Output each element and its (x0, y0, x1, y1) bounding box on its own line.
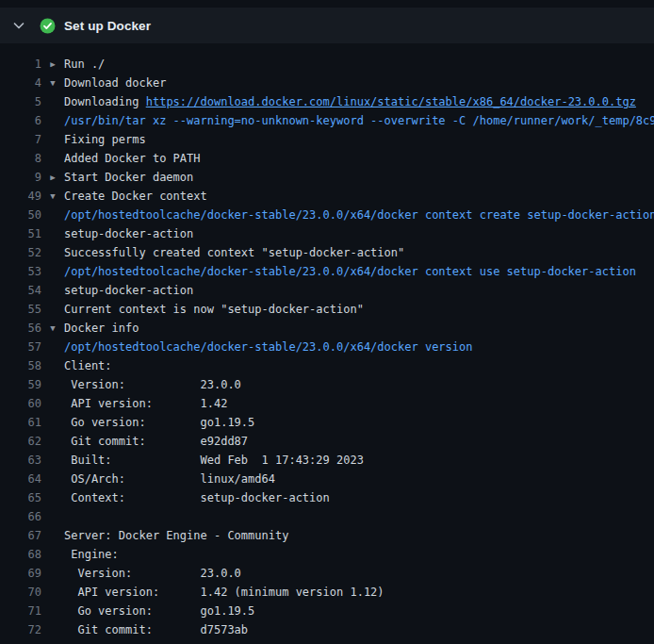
group-toggle-icon[interactable]: ▼ (41, 319, 64, 338)
line-number[interactable]: 71 (0, 602, 41, 620)
arrow-spacer (41, 375, 64, 394)
log-text: Go version: go1.19.5 (64, 413, 654, 432)
line-number[interactable]: 65 (0, 488, 41, 507)
arrow-spacer (41, 111, 64, 130)
log-text: Built: Wed Feb 1 17:43:29 2023 (64, 451, 654, 470)
log-text: API version: 1.42 (64, 394, 654, 413)
plain-text: Successfully created context "setup-dock… (64, 246, 404, 259)
log-line: 71 Go version: go1.19.5 (0, 602, 654, 620)
arrow-spacer (41, 281, 64, 300)
arrow-spacer (41, 413, 64, 432)
line-number[interactable]: 7 (0, 130, 41, 149)
log-line: 9▶Start Docker daemon (0, 168, 654, 187)
log-text: Client: (64, 356, 654, 375)
line-number[interactable]: 49 (0, 187, 41, 206)
line-number[interactable]: 62 (0, 432, 41, 451)
plain-text: Client: (64, 359, 112, 372)
arrow-spacer (41, 620, 64, 639)
log-line: 66 (0, 507, 654, 526)
arrow-spacer (41, 356, 64, 375)
log-line: 61 Go version: go1.19.5 (0, 413, 654, 432)
log-text: Context: setup-docker-action (64, 488, 654, 507)
line-number[interactable]: 9 (0, 168, 41, 187)
line-number[interactable]: 4 (0, 74, 41, 92)
log-text: /opt/hostedtoolcache/docker-stable/23.0.… (64, 206, 654, 224)
arrow-spacer (41, 224, 64, 243)
log-text: Docker info (64, 319, 654, 338)
log-text: Engine: (64, 545, 654, 564)
log-line: 67Server: Docker Engine - Community (0, 526, 654, 545)
command-text: /opt/hostedtoolcache/docker-stable/23.0.… (64, 208, 654, 222)
line-number[interactable]: 5 (0, 92, 41, 111)
log-text: Fixing perms (64, 130, 654, 149)
line-number[interactable]: 69 (0, 564, 41, 583)
line-number[interactable]: 51 (0, 224, 41, 243)
group-toggle-icon[interactable]: ▼ (41, 187, 64, 206)
plain-text: Added Docker to PATH (64, 152, 201, 165)
line-number[interactable]: 6 (0, 111, 41, 130)
arrow-spacer (41, 451, 64, 470)
arrow-spacer (41, 545, 64, 564)
arrow-spacer (41, 149, 64, 168)
log-link[interactable]: https://download.docker.com/linux/static… (146, 95, 636, 108)
arrow-spacer (41, 243, 64, 262)
plain-text: Run ./ (64, 58, 105, 71)
step-header[interactable]: Set up Docker (0, 8, 654, 43)
chevron-down-icon[interactable] (11, 18, 26, 33)
line-number[interactable]: 60 (0, 394, 41, 413)
plain-text: setup-docker-action (64, 284, 193, 297)
log-text: setup-docker-action (64, 281, 654, 300)
plain-text: Downloading (64, 95, 146, 108)
line-number[interactable]: 54 (0, 281, 41, 300)
log-text: Download docker (64, 74, 654, 92)
command-text: /usr/bin/tar xz --warning=no-unknown-key… (64, 114, 654, 127)
arrow-spacer (41, 583, 64, 602)
line-number[interactable]: 66 (0, 507, 41, 526)
line-number[interactable]: 56 (0, 319, 41, 338)
line-number[interactable]: 61 (0, 413, 41, 432)
arrow-spacer (41, 394, 64, 413)
line-number[interactable]: 63 (0, 451, 41, 470)
plain-text: Git commit: e92dd87 (64, 435, 248, 448)
plain-text: API version: 1.42 (minimum version 1.12) (64, 586, 384, 599)
group-toggle-icon[interactable]: ▶ (41, 55, 64, 74)
group-toggle-icon[interactable]: ▶ (41, 168, 64, 187)
log-text: Git commit: d7573ab (64, 620, 654, 639)
line-number[interactable]: 50 (0, 206, 41, 224)
line-number[interactable]: 67 (0, 526, 41, 545)
line-number[interactable]: 52 (0, 243, 41, 262)
plain-text: Go version: go1.19.5 (64, 416, 254, 429)
log-line: 59 Version: 23.0.0 (0, 375, 654, 394)
line-number[interactable]: 8 (0, 149, 41, 168)
success-check-icon (40, 18, 56, 34)
line-number[interactable]: 68 (0, 545, 41, 564)
line-number[interactable]: 58 (0, 356, 41, 375)
group-toggle-icon[interactable]: ▼ (41, 74, 64, 92)
line-number[interactable]: 55 (0, 300, 41, 319)
arrow-spacer (41, 206, 64, 224)
log-line: 58Client: (0, 356, 654, 375)
line-number[interactable]: 59 (0, 375, 41, 394)
plain-text: Go version: go1.19.5 (64, 604, 254, 618)
log-line: 51setup-docker-action (0, 224, 654, 243)
line-number[interactable]: 57 (0, 338, 41, 356)
log-text: /usr/bin/tar xz --warning=no-unknown-key… (64, 111, 654, 130)
line-number[interactable]: 70 (0, 583, 41, 602)
log-text: Server: Docker Engine - Community (64, 526, 654, 545)
log-line: 69 Version: 23.0.0 (0, 564, 654, 583)
plain-text: Version: 23.0.0 (64, 378, 241, 391)
log-line: 1▶Run ./ (0, 55, 654, 74)
log-line: 63 Built: Wed Feb 1 17:43:29 2023 (0, 451, 654, 470)
log-line: 55Current context is now "setup-docker-a… (0, 300, 654, 319)
line-number[interactable]: 53 (0, 262, 41, 281)
line-number[interactable]: 1 (0, 55, 41, 74)
log-lines: 1▶Run ./4▼Download docker5Downloading ht… (0, 55, 654, 639)
arrow-spacer (41, 564, 64, 583)
log-text: Added Docker to PATH (64, 149, 654, 168)
plain-text: Start Docker daemon (64, 171, 193, 184)
line-number[interactable]: 64 (0, 470, 41, 488)
line-number[interactable]: 72 (0, 620, 41, 639)
arrow-spacer (41, 130, 64, 149)
plain-text: Server: Docker Engine - Community (64, 529, 288, 542)
log-text: Create Docker context (64, 187, 654, 206)
